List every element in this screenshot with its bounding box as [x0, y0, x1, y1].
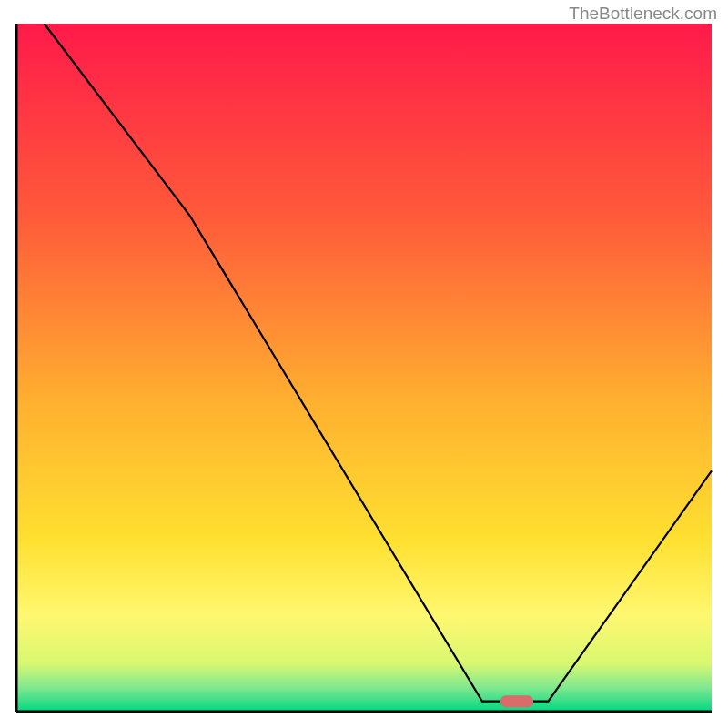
optimal-marker: [500, 695, 533, 707]
plot-background: [16, 24, 712, 712]
bottleneck-chart: [0, 0, 728, 728]
watermark-text: TheBottleneck.com: [569, 4, 717, 24]
